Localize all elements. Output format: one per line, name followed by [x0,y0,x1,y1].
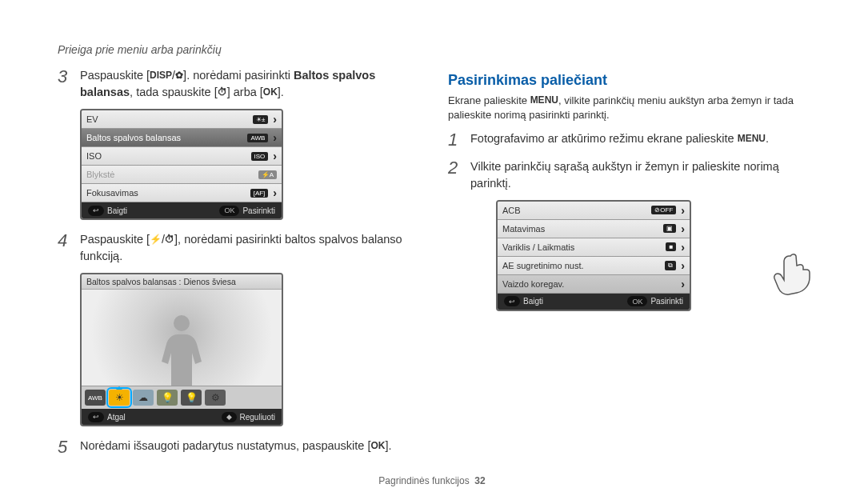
chevron-right-icon [681,222,685,235]
wb-strip: AWB ☀ ☁ 💡 💡 ⚙ [82,386,282,409]
back-icon[interactable]: ↩ [88,206,104,216]
wb-preview-screen: Baltos spalvos balansas : Dienos šviesa … [80,273,283,426]
menu-screen-ev: EV ☀± Baltos spalvos balansas AWB ISO IS… [80,109,283,220]
flower-icon: ✿ [175,69,183,82]
chevron-right-icon [681,204,685,217]
step-number: 3 [58,67,80,86]
section-title: Pasirinkimas paliečiant [448,72,816,89]
menu-row: Blykstė ⚡A [82,166,282,184]
flash-icon: ⚡A [258,170,277,179]
menu-row[interactable]: Fokusavimas [AF] [82,184,282,202]
step-text: Paspauskite [DISP/✿]. norėdami pasirinkt… [80,67,426,101]
wb-swatch-fluorescent[interactable]: 💡 [157,390,178,406]
touch-hand-icon [771,248,819,296]
menu-row[interactable]: ACB ⊘OFF [498,202,690,220]
ev-icon: ☀± [253,115,268,124]
af-icon: [AF] [250,189,269,198]
menu-icon: MENU [738,132,766,146]
menu-row[interactable]: Baltos spalvos balansas AWB [82,129,282,147]
page-footer: Pagrindinės funkcijos 32 [0,475,864,486]
wb-swatch-tungsten[interactable]: 💡 [181,390,202,406]
chevron-right-icon [273,186,277,199]
wb-swatch-cloudy[interactable]: ☁ [133,390,154,406]
step-5: 5 Norėdami išsaugoti padarytus nustatymu… [58,438,426,457]
menu-row[interactable]: Variklis / Laikmatis ■ [498,238,690,257]
ok-icon[interactable]: OK [627,296,647,306]
menu-icon: MENU [530,94,558,107]
timer-icon: ⏱ [165,233,174,246]
step-text: Fotografavimo ar atkūrimo režimu ekrane … [470,130,769,147]
chevron-right-icon [681,278,685,290]
right-column: Pasirinkimas paliečiant Ekrane palieskit… [448,67,816,322]
touch-menu-screen: ACB ⊘OFF Matavimas ▣ Variklis / Laikmati… [496,200,691,311]
screen-title: Baltos spalvos balansas : Dienos šviesa [82,274,282,290]
page-header: Prieiga prie meniu arba parinkčių [58,43,222,56]
step-2: 2 Vilkite parinkčių sąrašą aukštyn ir že… [448,158,816,192]
softkey-bar: ↩Baigti OKPasirinkti [498,294,690,310]
awb-icon: AWB [247,134,268,142]
disp-icon: DISP [150,69,172,82]
menu-row[interactable]: EV ☀± [82,110,282,129]
wb-swatch-awb[interactable]: AWB [85,390,106,406]
step-number: 4 [58,231,80,250]
step-number: 5 [58,438,80,457]
acb-icon: ⊘OFF [651,206,676,214]
section-intro: Ekrane palieskite MENU, vilkite parinkči… [448,94,816,122]
ok-icon[interactable]: OK [219,206,239,216]
back-icon[interactable]: ↩ [88,412,104,422]
step-1: 1 Fotografavimo ar atkūrimo režimu ekran… [448,130,816,150]
iso-icon: ISO [251,152,269,161]
timer-icon: ⏱ [218,86,227,99]
chevron-right-icon [273,150,277,162]
back-icon[interactable]: ↩ [504,296,520,306]
person-silhouette-icon [154,306,210,386]
preview-viewport [82,290,282,386]
menu-row[interactable]: Vaizdo koregav. [498,275,690,294]
softkey-bar: ↩Baigti OKPasirinkti [82,202,282,218]
flash-icon: ⚡ [150,233,162,246]
adjust-icon[interactable]: ◆ [222,412,237,422]
chevron-right-icon [681,241,685,254]
step-text: Vilkite parinkčių sąrašą aukštyn ir žemy… [470,158,816,192]
chevron-right-icon [273,113,277,126]
aeb-icon: ⧉ [665,261,676,270]
step-number: 2 [448,158,470,178]
menu-row[interactable]: ISO ISO [82,147,282,166]
step-text: Paspauskite [⚡/⏱], norėdami pasirinkti b… [80,231,426,265]
wb-swatch-daylight[interactable]: ☀ [109,390,130,406]
ok-icon: OK [263,86,278,99]
step-number: 1 [448,130,470,150]
chevron-right-icon [273,131,277,144]
chevron-right-icon [681,259,685,272]
step-4: 4 Paspauskite [⚡/⏱], norėdami pasirinkti… [58,231,426,265]
softkey-bar: ↩Atgal ◆Reguliuoti [82,409,282,425]
ok-icon: OK [371,439,386,453]
menu-row[interactable]: AE sugretinimo nust. ⧉ [498,257,690,275]
step-3: 3 Paspauskite [DISP/✿]. norėdami pasirin… [58,67,426,101]
wb-swatch-custom[interactable]: ⚙ [205,390,226,406]
menu-row[interactable]: Matavimas ▣ [498,220,690,238]
left-column: 3 Paspauskite [DISP/✿]. norėdami pasirin… [58,67,426,465]
metering-icon: ▣ [663,224,676,233]
step-text: Norėdami išsaugoti padarytus nustatymus,… [80,438,392,454]
drive-icon: ■ [666,242,676,251]
